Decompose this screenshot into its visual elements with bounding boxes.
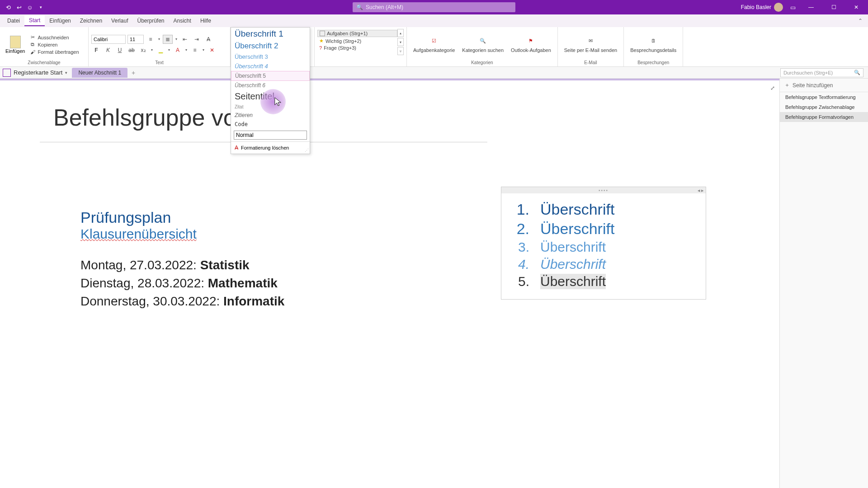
paste-button[interactable]: Einfügen	[3, 35, 28, 55]
page-list-item[interactable]: Befehlsgruppe Zwischenablage	[780, 102, 868, 112]
highlight-button[interactable]: ▁	[156, 46, 165, 55]
back-icon[interactable]: ⟲	[5, 4, 12, 11]
bullets-button[interactable]: ≡	[146, 35, 156, 44]
tag-item-aufgaben[interactable]: Aufgaben (Strg+1)	[317, 30, 397, 37]
indent-button[interactable]: ⇥	[192, 35, 202, 44]
user-account[interactable]: Fabio Basler	[741, 3, 783, 12]
outlook-aufgaben-button[interactable]: ⚑ Outlook-Aufgaben	[507, 35, 555, 54]
style-clear-formatting[interactable]: A̶ Formatierung löschen	[231, 141, 310, 154]
email-page-button[interactable]: ✉ Seite per E-Mail senden	[561, 35, 621, 54]
menu-verlauf[interactable]: Verlauf	[107, 16, 132, 26]
copy-icon: ⧉	[29, 42, 36, 48]
chevron-down-icon[interactable]: ▾	[150, 48, 154, 52]
page-list-item[interactable]: Befehlsgruppe Textformatierung	[780, 92, 868, 102]
underline-button[interactable]: U	[115, 46, 125, 55]
format-painter-button[interactable]: 🖌Format übertragen	[29, 49, 79, 55]
style-item-h1[interactable]: Überschrift 1	[231, 28, 310, 40]
undo-icon[interactable]: ↩	[15, 4, 23, 11]
chevron-down-icon[interactable]: ▾	[65, 70, 72, 75]
kategorien-suchen-button[interactable]: 🔍 Kategorien suchen	[458, 35, 507, 54]
chevron-down-icon[interactable]: ▾	[202, 48, 205, 52]
style-item-zitat[interactable]: Zitat	[231, 103, 310, 111]
style-item-h5[interactable]: Überschrift 5	[231, 71, 310, 81]
clear-format-button[interactable]: A̶	[203, 35, 213, 44]
bold-button[interactable]: F	[91, 46, 101, 55]
list-item[interactable]: 2.Überschrift	[510, 220, 697, 238]
chevron-down-icon[interactable]: ▾	[184, 48, 188, 52]
title-search[interactable]: 🔍 Suchen (Alt+M)	[353, 2, 515, 12]
heading-1[interactable]: Prüfungsplan	[80, 209, 284, 226]
ribbon-group-clipboard: Einfügen ✂Ausschneiden ⧉Kopieren 🖌Format…	[0, 27, 89, 66]
cut-button[interactable]: ✂Ausschneiden	[29, 34, 79, 41]
add-page-button[interactable]: ＋ Seite hinzufügen	[780, 79, 868, 92]
chevron-down-icon[interactable]: ▾	[175, 37, 178, 41]
font-color-button[interactable]: A	[173, 46, 183, 55]
body-line[interactable]: Donnerstag, 30.03.2022: Informatik	[80, 294, 284, 309]
container-header[interactable]: •••• ◂▸	[501, 187, 706, 193]
style-item-h4[interactable]: Überschrift 4	[231, 61, 310, 71]
menu-start[interactable]: Start	[24, 15, 45, 26]
menu-zeichnen[interactable]: Zeichnen	[75, 16, 107, 26]
copy-button[interactable]: ⧉Kopieren	[29, 42, 79, 48]
font-size-input[interactable]	[127, 35, 144, 44]
aufgabenkategorie-button[interactable]: ☑ Aufgabenkategorie	[410, 35, 458, 54]
menu-ueberpruefen[interactable]: Überprüfen	[132, 16, 169, 26]
list-item[interactable]: 3.Überschrift	[510, 239, 697, 255]
add-section-button[interactable]: +	[128, 68, 138, 78]
menu-ansicht[interactable]: Ansicht	[169, 16, 196, 26]
numbering-button[interactable]: ≣	[163, 35, 173, 44]
outdent-button[interactable]: ⇤	[180, 35, 190, 44]
close-button[interactable]: ✕	[848, 0, 864, 14]
collapse-ribbon-icon[interactable]: ⌃	[858, 18, 863, 24]
page-list-item[interactable]: Befehlsgruppe Formatvorlagen	[780, 112, 868, 122]
tag-more[interactable]: ▿	[397, 47, 404, 55]
style-item-zitieren[interactable]: Zitieren	[231, 111, 310, 120]
chevron-down-icon[interactable]: ▾	[167, 48, 171, 52]
style-item-h3[interactable]: Überschrift 3	[231, 52, 310, 61]
resize-handle-icon[interactable]: ⋰	[305, 148, 309, 153]
tag-scroll-up[interactable]: ▴	[397, 29, 404, 37]
style-item-seitentitel[interactable]: Seitentitel	[231, 90, 310, 103]
notebook-icon[interactable]	[3, 69, 11, 77]
window-mode-icon[interactable]: ▭	[789, 4, 797, 11]
maximize-button[interactable]: ☐	[826, 0, 842, 14]
ribbon-group-styles: Überschrift 1 Überschrift 2 Überschrift …	[231, 27, 315, 66]
style-item-h6[interactable]: Überschrift 6	[231, 81, 310, 90]
tag-item-frage[interactable]: ?Frage (Strg+3)	[317, 45, 397, 51]
list-item[interactable]: 1.Überschrift	[510, 201, 697, 218]
heading-2[interactable]: Klausurenübersicht	[80, 226, 284, 242]
menu-hilfe[interactable]: Hilfe	[196, 16, 216, 26]
page-canvas[interactable]: ⤢ Befehlsgruppe vorlagen Prüfungsplan Kl…	[0, 79, 779, 488]
body-line[interactable]: Dienstag, 28.03.2022: Mathematik	[80, 276, 284, 291]
strike-button[interactable]: ab	[127, 46, 137, 55]
tag-item-wichtig[interactable]: ★Wichtig (Strg+2)	[317, 38, 397, 44]
delete-button[interactable]: ✕	[207, 46, 217, 55]
page-search-input[interactable]: Durchsuchen (Strg+E) 🔍	[780, 68, 863, 77]
style-item-normal[interactable]: Normal	[234, 131, 307, 140]
italic-button[interactable]: K	[103, 46, 113, 55]
style-item-code[interactable]: Code	[231, 120, 310, 129]
menu-datei[interactable]: Datei	[3, 16, 24, 26]
chevron-down-icon[interactable]: ▾	[157, 37, 161, 41]
body-line[interactable]: Montag, 27.03.2022: Statistik	[80, 258, 284, 272]
align-button[interactable]: ≡	[190, 46, 200, 55]
tag-scroll-down[interactable]: ▾	[397, 38, 404, 46]
font-name-input[interactable]	[91, 35, 126, 44]
style-item-h2[interactable]: Überschrift 2	[231, 40, 310, 52]
section-tab[interactable]: Neuer Abschnitt 1	[72, 68, 127, 78]
nav-left-icon[interactable]: ◂	[698, 188, 700, 193]
nav-right-icon[interactable]: ▸	[701, 188, 704, 193]
minimize-button[interactable]: —	[803, 0, 819, 14]
notebook-name[interactable]: Registerkarte Start	[14, 69, 65, 76]
list-item[interactable]: 5.Überschrift	[510, 274, 697, 289]
meeting-details-button[interactable]: 🗓 Besprechungsdetails	[627, 35, 680, 54]
emoji-icon[interactable]: ☺	[26, 4, 33, 11]
list-item[interactable]: 4.Überschrift	[510, 257, 697, 272]
grip-icon[interactable]: ••••	[599, 188, 609, 193]
qa-dropdown-icon[interactable]: ▾	[37, 4, 44, 11]
numbered-list-container[interactable]: •••• ◂▸ 1.Überschrift 2.Überschrift 3.Üb…	[501, 187, 706, 300]
subscript-button[interactable]: x₂	[138, 46, 148, 55]
menu-einfuegen[interactable]: Einfügen	[45, 16, 75, 26]
text-container[interactable]: Prüfungsplan Klausurenübersicht Montag, …	[80, 209, 284, 309]
expand-icon[interactable]: ⤢	[770, 85, 775, 91]
